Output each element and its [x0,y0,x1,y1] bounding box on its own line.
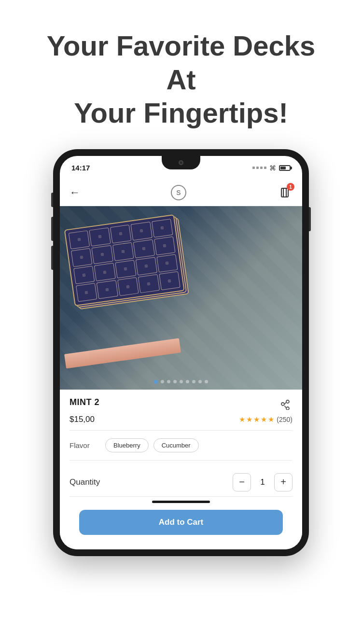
product-name: MINT 2 [70,397,99,407]
review-count: (250) [277,416,292,423]
rating-section: ★ ★ ★ ★ ★ (250) [239,415,292,424]
quantity-section: Quantity − 1 + [70,466,292,496]
star-1: ★ [239,415,245,424]
dot-9[interactable] [205,380,208,383]
cart-badge: 1 [287,183,294,191]
quantity-decrease-button[interactable]: − [233,473,251,491]
product-image [60,206,302,390]
quantity-controls: − 1 + [233,473,292,491]
product-info: MINT 2 $15,00 [60,390,302,549]
notch [162,156,200,169]
mute-button [51,193,53,207]
cart-button[interactable]: 1 [277,185,292,200]
flavor-section: Flavor Blueberry Cucumber [70,436,292,454]
star-2: ★ [246,415,252,424]
card-edge [64,338,181,368]
hero-title: Your Favorite Decks At Your Fingertips! [29,29,333,130]
signal-icon [252,167,266,169]
dot-3[interactable] [167,380,170,383]
volume-down-button [51,246,53,270]
status-time: 14:17 [71,164,90,172]
back-button[interactable]: ← [70,186,80,199]
page-wrapper: Your Favorite Decks At Your Fingertips! … [0,0,362,644]
hero-section: Your Favorite Decks At Your Fingertips! [0,0,362,144]
divider-1 [70,430,292,431]
price-rating-row: $15,00 ★ ★ ★ ★ ★ (250) [70,415,292,424]
bottom-bar: Add to Cart [70,496,292,545]
add-to-cart-button[interactable]: Add to Cart [79,510,283,535]
share-icon [280,399,290,410]
battery-icon [279,165,291,171]
svg-line-4 [285,402,286,404]
dot-6[interactable] [186,380,189,383]
stars: ★ ★ ★ ★ ★ [239,415,274,424]
dot-1[interactable] [154,380,158,384]
wifi-icon: ⌘ [269,164,276,172]
share-button[interactable] [278,397,292,412]
quantity-label: Quantity [70,477,100,487]
quantity-value: 1 [258,477,267,487]
flavor-cucumber[interactable]: Cucumber [153,438,199,452]
dot-7[interactable] [192,380,195,383]
status-bar: 14:17 ⌘ [60,156,302,180]
phone-screen: ← S 1 [60,180,302,549]
logo-button[interactable]: S [171,185,186,200]
flavor-options: Blueberry Cucumber [105,438,199,452]
camera [179,160,183,165]
dot-8[interactable] [198,380,202,383]
power-button [309,207,311,231]
flavor-label: Flavor [70,441,98,449]
image-dots [154,380,208,384]
volume-up-button [51,217,53,241]
dot-4[interactable] [173,380,177,383]
svg-line-3 [285,406,286,407]
divider-2 [70,460,292,461]
card-deck [64,212,201,316]
star-3: ★ [253,415,260,424]
phone-shell: 14:17 ⌘ ← [53,149,309,556]
dot-2[interactable] [161,380,164,383]
product-price: $15,00 [70,415,95,424]
quantity-increase-button[interactable]: + [274,473,292,491]
star-5: ★ [268,415,274,424]
app-nav: ← S 1 [60,180,302,206]
status-icons: ⌘ [252,164,291,172]
handle-bar [152,501,210,503]
product-title-row: MINT 2 [70,397,292,412]
card-visual [60,206,302,390]
svg-rect-0 [281,188,288,197]
flavor-blueberry[interactable]: Blueberry [105,438,149,452]
dot-5[interactable] [180,380,183,383]
star-4: ★ [261,415,267,424]
battery-fill [280,167,286,169]
